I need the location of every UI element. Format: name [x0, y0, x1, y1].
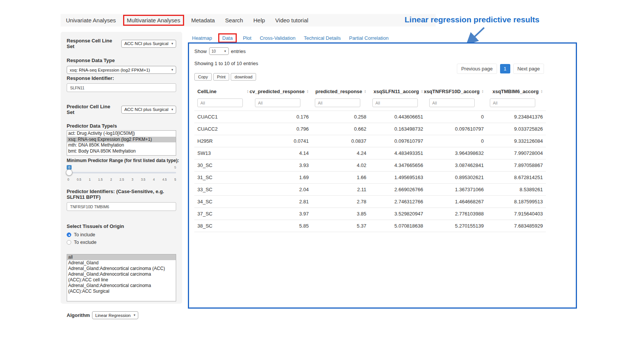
- chevron-down-icon: ▾: [224, 50, 226, 53]
- tissue-option[interactable]: Adrenal_Gland: [67, 260, 176, 266]
- copy-button[interactable]: Copy: [194, 73, 212, 81]
- filter-input-cv-predicted-response[interactable]: [255, 98, 300, 107]
- column-header-predicted-response[interactable]: predicted_response▲▼: [312, 85, 369, 98]
- current-page-button[interactable]: 1: [500, 64, 510, 73]
- cell-value: 3.087462841: [426, 159, 487, 172]
- previous-page-button[interactable]: Previous page: [457, 64, 497, 74]
- sort-icon[interactable]: ▲▼: [247, 90, 249, 94]
- show-entries-value: 10: [212, 49, 216, 53]
- cell-value: 1.464668267: [426, 196, 487, 208]
- filter-input-xsqtnfrsf10d-accorg[interactable]: [429, 98, 475, 107]
- nav-item-metadata[interactable]: Metadata: [191, 17, 215, 23]
- cell-line-name: 30_SC: [194, 159, 252, 172]
- slider-tick-label: 5: [174, 178, 176, 181]
- predictor-data-types-listbox[interactable]: act: Drug Activity (-log10[IC50M])xsq: R…: [67, 130, 176, 156]
- table-row: 33_SC2.042.112.6690267661.3673710668.538…: [194, 184, 546, 196]
- tissue-exclude-radio[interactable]: To exclude: [67, 240, 176, 245]
- cell-value: 3.85: [312, 208, 369, 220]
- slider-tick-label: 2.5: [120, 178, 124, 181]
- tissue-option[interactable]: Adrenal_Gland:Adrenocortical carcinoma (…: [67, 283, 176, 294]
- predictor-identifiers-input[interactable]: [67, 202, 176, 211]
- sort-icon[interactable]: ▲▼: [541, 90, 543, 94]
- print-button[interactable]: Print: [213, 73, 230, 81]
- slider-handle[interactable]: [66, 169, 72, 176]
- column-header-cellline[interactable]: CellLine▲▼: [194, 85, 252, 98]
- sort-icon[interactable]: ▲▼: [421, 90, 423, 94]
- cell-line-name: 33_SC: [194, 184, 252, 196]
- nav-item-video-tutorial[interactable]: Video tutorial: [275, 17, 308, 23]
- tissue-include-radio[interactable]: To include: [67, 232, 176, 237]
- response-data-type-label: Response Data Type: [67, 58, 176, 63]
- cell-value: 4.483493351: [369, 147, 426, 159]
- cell-value: 3.97: [252, 208, 312, 220]
- cell-value: 3.529820947: [369, 208, 426, 220]
- cell-value: 2.11: [312, 184, 369, 196]
- tab-cross-validation[interactable]: Cross-Validation: [260, 35, 295, 41]
- radio-selected-icon[interactable]: [67, 232, 71, 237]
- tissue-exclude-radio-label: To exclude: [74, 240, 97, 245]
- filter-input-predicted-response[interactable]: [315, 98, 360, 107]
- tab-partial-correlation[interactable]: Partial Correlation: [349, 35, 389, 41]
- export-buttons: CopyPrintdownload: [194, 73, 571, 81]
- tissue-option[interactable]: all: [67, 254, 176, 260]
- response-cell-line-set-value: ACC NCI plus Surgical: [124, 41, 168, 46]
- tissue-origin-label: Select Tissue/s of Origin: [67, 223, 176, 229]
- column-header-xsqslfn11-accorg[interactable]: xsqSLFN11_accorg▲▼: [369, 85, 426, 98]
- response-data-type-select[interactable]: xsq: RNA-seq Expression (log2 FPKM+1) ▾: [67, 66, 176, 74]
- radio-unselected-icon[interactable]: [67, 240, 71, 245]
- column-label: predicted_response: [316, 89, 363, 94]
- annotation-title: Linear regression predictive results: [405, 15, 539, 24]
- table-row: 31_SC1.691.661.4956951630.8953026218.672…: [194, 172, 546, 184]
- response-identifier-input[interactable]: [67, 83, 176, 92]
- slider-tick-label: 1.5: [98, 178, 103, 181]
- sort-icon[interactable]: ▲▼: [306, 90, 309, 94]
- cell-line-name: SW13: [194, 147, 252, 159]
- nav-item-multivariate-analyses[interactable]: Multivariate Analyses: [123, 15, 184, 26]
- filter-input-xsqslfn11-accorg[interactable]: [372, 98, 418, 107]
- filter-input-xsqtmbim6-accorg[interactable]: [490, 98, 535, 107]
- tissue-option[interactable]: Adrenal_Gland:Adrenocortical carcinoma (…: [67, 266, 176, 272]
- tissue-option[interactable]: Adrenal_Gland:Adrenocortical carcinoma (…: [67, 272, 176, 283]
- predictor-data-type-option[interactable]: bmt: Body DNA 850K Methylation: [67, 148, 176, 154]
- nav-item-search[interactable]: Search: [225, 17, 243, 23]
- slider-max-label: 5: [174, 165, 176, 169]
- cell-value: 1.367371066: [426, 184, 487, 196]
- predictor-data-type-option[interactable]: mth: DNA 850K Methylation: [67, 142, 176, 148]
- sort-icon[interactable]: ▲▼: [364, 90, 366, 94]
- sort-icon[interactable]: ▲▼: [481, 90, 484, 94]
- nav-item-univariate-analyses[interactable]: Univariate Analyses: [66, 17, 116, 23]
- nav-item-help[interactable]: Help: [253, 17, 265, 23]
- predictor-data-type-option[interactable]: act: Drug Activity (-log10[IC50M]): [67, 131, 176, 137]
- cell-value: 9.332126084: [487, 135, 546, 147]
- cell-value: 5.070818638: [369, 220, 426, 232]
- cell-value: 4.02: [312, 159, 369, 172]
- cell-value: 8.672814251: [487, 172, 546, 184]
- column-header-xsqtnfrsf10d-accorg[interactable]: xsqTNFRSF10D_accorg▲▼: [426, 85, 487, 98]
- show-entries-select[interactable]: 10 ▾: [209, 47, 229, 55]
- predictor-data-type-option[interactable]: xsq: RNA-seq Expression (log2 FPKM+1): [67, 137, 176, 143]
- slider-track[interactable]: [67, 172, 176, 173]
- download-button[interactable]: download: [231, 73, 256, 81]
- column-label: xsqTMBIM6_accorg: [492, 89, 539, 94]
- min-predictor-range-slider[interactable]: 0 5 00.511.522.533.544.55: [67, 165, 176, 183]
- cell-value: 4.347665656: [369, 159, 426, 172]
- predictor-cell-line-set-field: Predictor Cell Line Set ACC NCI plus Sur…: [67, 104, 176, 115]
- table-header-row: CellLine▲▼cv_predicted_response▲▼predict…: [194, 85, 546, 98]
- tab-data[interactable]: Data: [218, 33, 237, 43]
- slider-tick-label: 0.5: [77, 178, 81, 181]
- predictor-cell-line-set-select[interactable]: ACC NCI plus Surgical ▾: [121, 106, 176, 114]
- cell-value: 2.746312766: [369, 196, 426, 208]
- filter-input-cellline[interactable]: [197, 98, 243, 107]
- tab-plot[interactable]: Plot: [243, 35, 251, 41]
- next-page-button[interactable]: Next page: [513, 64, 544, 74]
- slider-tick-label: 2: [110, 178, 112, 181]
- tissue-origin-listbox[interactable]: allAdrenal_GlandAdrenal_Gland:Adrenocort…: [67, 254, 176, 301]
- tab-heatmap[interactable]: Heatmap: [192, 35, 212, 41]
- response-cell-line-set-select[interactable]: ACC NCI plus Surgical ▾: [121, 40, 176, 48]
- cell-value: 0.097610797: [369, 135, 426, 147]
- entries-label: entries: [231, 48, 246, 54]
- tab-technical-details[interactable]: Technical Details: [304, 35, 341, 41]
- column-header-cv-predicted-response[interactable]: cv_predicted_response▲▼: [252, 85, 312, 98]
- column-header-xsqtmbim6-accorg[interactable]: xsqTMBIM6_accorg▲▼: [487, 85, 546, 98]
- algorithm-select[interactable]: Linear Regression ▾: [92, 311, 138, 319]
